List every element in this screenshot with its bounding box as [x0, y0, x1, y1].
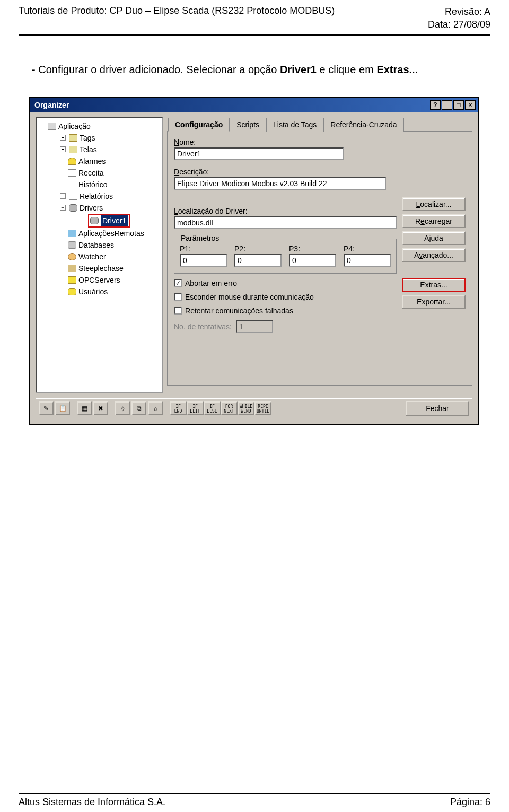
document-icon — [68, 181, 76, 188]
tree-item-label: Relatórios — [80, 190, 113, 202]
maximize-button[interactable]: □ — [453, 100, 464, 110]
key-icon — [68, 288, 76, 295]
expander-icon[interactable]: + — [60, 146, 66, 152]
localizar-button[interactable]: Localizar... — [402, 197, 466, 211]
toolbar-if-else[interactable]: IF ELSE — [204, 401, 221, 415]
tab-scripts[interactable]: Scripts — [230, 118, 266, 132]
tree-item-watcher[interactable]: Watcher — [60, 251, 161, 263]
tree-item-receita[interactable]: Receita — [60, 167, 161, 179]
fechar-button[interactable]: Fechar — [406, 401, 469, 416]
expander-icon[interactable]: − — [60, 205, 66, 211]
minimize-button[interactable]: _ — [442, 100, 452, 110]
tree-item-drivers[interactable]: −Drivers — [60, 202, 161, 214]
tree-item-label: Telas — [80, 144, 97, 155]
tree-item-steeplechase[interactable]: Steeplechase — [60, 263, 161, 274]
tree-item-label: Alarmes — [78, 155, 106, 167]
tree-item-usuarios[interactable]: Usuários — [60, 286, 161, 298]
toolbar-while-wend[interactable]: WHILE WEND — [238, 401, 254, 415]
tentativas-label: No. de tentativas: — [174, 322, 232, 331]
abort-on-error-row[interactable]: Abortar em erro — [174, 279, 397, 287]
p4-label: P4: — [344, 245, 391, 253]
p1-label: P1: — [180, 245, 227, 253]
footer-right: Página: 6 — [450, 797, 490, 808]
location-input[interactable] — [174, 216, 397, 229]
checkbox-hide-mouse[interactable] — [174, 293, 182, 301]
tree-root[interactable]: Aplicação — [40, 120, 161, 132]
toolbar-for-next[interactable]: FOR NEXT — [221, 401, 238, 415]
toolbar-delete-icon[interactable]: ✖ — [93, 401, 108, 415]
abort-label: Abortar em erro — [185, 279, 237, 287]
toolbar-edit-icon[interactable]: ✎ — [39, 401, 54, 415]
page-footer: Altus Sistemas de Informática S.A. Págin… — [19, 793, 490, 808]
tree-item-driver1[interactable]: Driver1 — [80, 214, 161, 228]
database-icon — [68, 241, 76, 249]
toolbar-grid-icon[interactable]: ▦ — [77, 401, 92, 415]
tree-item-telas[interactable]: +Telas — [60, 144, 161, 155]
tab-configuracao[interactable]: Configuração — [168, 118, 230, 132]
recarregar-button[interactable]: Recarregar — [402, 214, 466, 228]
tree-item-label: Tags — [80, 132, 95, 144]
toolbar-if-end[interactable]: IF END — [170, 401, 187, 415]
tree-item-tags[interactable]: +Tags — [60, 132, 161, 144]
tree-item-relatorios[interactable]: +Relatórios — [60, 190, 161, 202]
tentativas-row: No. de tentativas: — [174, 320, 397, 333]
tree-item-label: AplicaçõesRemotas — [78, 228, 144, 239]
bottom-toolbar: ✎ 📋 ▦ ✖ ⎀ ⧉ ⌕ IF END IF ELIF IF ELSE FOR… — [36, 398, 472, 418]
hide-mouse-label: Esconder mouse durante comunicação — [185, 293, 314, 301]
ajuda-button[interactable]: Ajuda — [402, 231, 466, 245]
description-input[interactable] — [174, 177, 386, 190]
tree-item-label: Usuários — [78, 286, 108, 298]
instruction-paragraph: - Configurar o driver adicionado. Seleci… — [0, 36, 509, 88]
toolbar-copy-icon[interactable]: 📋 — [55, 401, 70, 415]
extras-button[interactable]: Extras... — [402, 278, 466, 292]
params-legend: Parâmetros — [179, 234, 221, 242]
description-label: Descrição: — [174, 168, 466, 176]
document-icon — [68, 169, 76, 177]
titlebar[interactable]: Organizer ? _ □ × — [30, 98, 478, 112]
retry-label: Retentar comunicações falhadas — [185, 307, 293, 315]
tab-lista-de-tags[interactable]: Lista de Tags — [266, 118, 323, 132]
paragraph-extras: Extras... — [376, 64, 418, 75]
checkbox-abort[interactable] — [174, 279, 182, 287]
name-input[interactable] — [174, 147, 344, 160]
tree-item-historico[interactable]: Histórico — [60, 179, 161, 190]
paragraph-driver: Driver1 — [280, 64, 317, 75]
tree-item-opcservers[interactable]: OPCServers — [60, 274, 161, 286]
p4-input[interactable] — [344, 254, 391, 267]
expander-icon[interactable]: + — [60, 193, 66, 199]
cube-icon — [68, 265, 76, 272]
name-label: Nome: — [174, 138, 466, 146]
tree-item-label: Watcher — [78, 251, 106, 263]
paragraph-prefix: - Configurar o driver adicionado. Seleci… — [32, 64, 280, 75]
toolbar-find-icon[interactable]: ⌕ — [148, 401, 163, 415]
tree-item-aplicacoesremotas[interactable]: AplicaçõesRemotas — [60, 228, 161, 239]
checkbox-retry[interactable] — [174, 307, 182, 315]
hide-mouse-row[interactable]: Esconder mouse durante comunicação — [174, 293, 397, 301]
toolbar-dup-icon[interactable]: ⧉ — [131, 401, 146, 415]
help-button[interactable]: ? — [430, 100, 441, 110]
object-tree[interactable]: Aplicação +Tags +Telas Alarmes Receita H… — [36, 117, 163, 393]
toolbar-repeat-until[interactable]: REPE UNTIL — [254, 401, 271, 415]
retry-row[interactable]: Retentar comunicações falhadas — [174, 307, 397, 315]
p2-input[interactable] — [234, 254, 282, 267]
network-icon — [68, 230, 76, 237]
p3-input[interactable] — [289, 254, 336, 267]
folder-icon — [69, 146, 77, 153]
expander-icon[interactable]: + — [60, 135, 66, 141]
tree-item-label: OPCServers — [78, 274, 120, 286]
tab-referencia-cruzada[interactable]: Referência-Cruzada — [323, 118, 403, 132]
opc-icon — [68, 276, 76, 284]
toolbar-if-elif[interactable]: IF ELIF — [187, 401, 204, 415]
exportar-button[interactable]: Exportar... — [402, 295, 466, 309]
paragraph-mid: e clique em — [317, 64, 376, 75]
tentativas-input — [236, 320, 273, 333]
toolbar-insert-icon[interactable]: ⎀ — [115, 401, 130, 415]
p1-input[interactable] — [180, 254, 227, 267]
gear-icon — [69, 204, 77, 212]
tree-selected-label: Driver1 — [101, 215, 128, 226]
avancado-button[interactable]: Avançado... — [402, 248, 466, 262]
tree-item-alarmes[interactable]: Alarmes — [60, 155, 161, 167]
tree-item-databases[interactable]: Databases — [60, 239, 161, 251]
close-button[interactable]: × — [465, 100, 476, 110]
location-label: Localização do Driver: — [174, 207, 397, 215]
